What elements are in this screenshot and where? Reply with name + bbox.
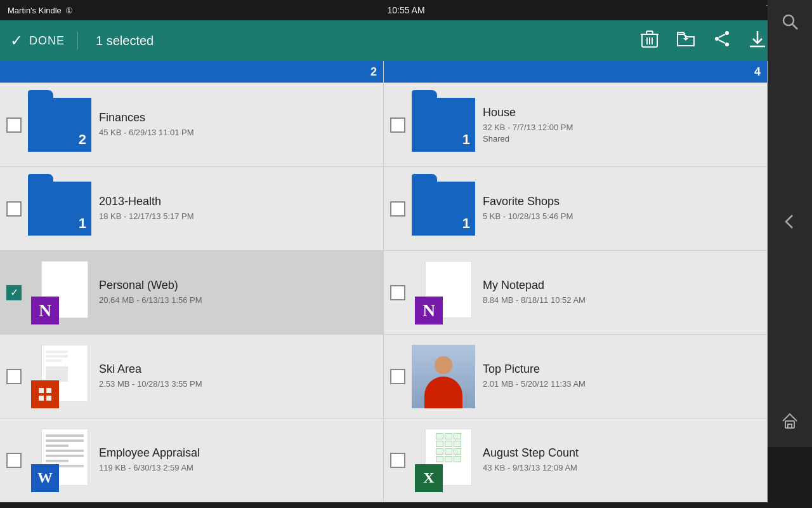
svg-line-12 xyxy=(719,34,725,37)
move-folder-icon[interactable] xyxy=(676,30,695,51)
selected-count-text: 1 selected xyxy=(88,34,641,48)
right-sidebar xyxy=(768,0,812,447)
top-cell-left: 2 xyxy=(0,61,384,83)
svg-rect-19 xyxy=(46,396,51,401)
checkbox-ski-area[interactable] xyxy=(6,369,22,384)
file-thumb-health: 1 xyxy=(28,177,91,241)
list-item[interactable]: 1 2013-Health 18 KB - 12/17/13 5:17 PM xyxy=(0,167,384,251)
file-meta-august-step-count: 43 KB - 9/13/13 12:09 AM xyxy=(483,462,761,474)
svg-rect-18 xyxy=(39,396,44,401)
status-time: 10:55 AM xyxy=(387,5,424,15)
list-item[interactable]: N Personal (Web) 20.64 MB - 6/13/13 1:56… xyxy=(0,251,384,335)
file-thumb-finances: 2 xyxy=(28,93,91,157)
checkbox-house[interactable] xyxy=(390,117,405,133)
file-thumb-house: 1 xyxy=(412,93,475,157)
file-name-top-picture: Top Picture xyxy=(483,363,761,376)
file-thumb-my-notepad: N xyxy=(412,261,475,324)
checkbox-health[interactable] xyxy=(6,201,22,217)
home-icon[interactable] xyxy=(781,412,799,434)
file-info-house: House 32 KB - 7/7/13 12:00 PM Shared xyxy=(483,106,761,143)
file-meta-ski-area: 2.53 MB - 10/28/13 3:55 PM xyxy=(99,378,377,390)
file-thumb-top-picture xyxy=(412,345,475,408)
folder-icon-finances: 2 xyxy=(28,98,91,152)
svg-point-11 xyxy=(715,37,719,41)
svg-line-21 xyxy=(792,24,797,29)
file-name-finances: Finances xyxy=(99,111,377,124)
file-meta-personal-web: 20.64 MB - 6/13/13 1:56 PM xyxy=(99,295,377,306)
file-thumb-employee-appraisal: W xyxy=(28,429,91,492)
onenote-icon-my-notepad: N xyxy=(415,261,472,324)
top-partial-row: 2 4 xyxy=(0,61,768,83)
file-name-personal-web: Personal (Web) xyxy=(99,279,377,292)
file-name-health: 2013-Health xyxy=(99,195,377,208)
file-grid: 2 Finances 45 KB - 6/29/13 11:01 PM 1 Ho xyxy=(0,83,768,502)
checkbox-august-step-count[interactable] xyxy=(390,453,405,468)
device-name: Martin's Kindle xyxy=(8,6,62,15)
list-item[interactable]: 2 Finances 45 KB - 6/29/13 11:01 PM xyxy=(0,83,384,167)
publisher-badge-ski xyxy=(31,380,59,408)
top-cell-right: 4 xyxy=(384,61,768,83)
file-info-top-picture: Top Picture 2.01 MB - 5/20/12 11:33 AM xyxy=(483,363,761,390)
done-label[interactable]: DONE xyxy=(29,34,65,48)
svg-line-13 xyxy=(719,40,725,43)
toolbar: ✓ DONE 1 selected xyxy=(0,20,812,61)
svg-rect-17 xyxy=(46,388,51,393)
file-info-personal-web: Personal (Web) 20.64 MB - 6/13/13 1:56 P… xyxy=(99,279,377,306)
list-item[interactable]: W Employee Appraisal 119 KB - 6/30/13 2:… xyxy=(0,418,384,502)
word-icon-employee-appraisal: W xyxy=(31,429,88,492)
file-thumb-shops: 1 xyxy=(412,177,475,241)
file-thumb-personal-web: N xyxy=(28,261,91,324)
folder-icon-health: 1 xyxy=(28,182,91,236)
status-bar: Martin's Kindle ① 10:55 AM xyxy=(0,0,812,20)
checkmark-icon: ✓ xyxy=(10,32,23,50)
main-area: 2 4 2 Finances 45 KB - 6/29/13 11:01 PM xyxy=(0,61,812,508)
file-grid-container: 2 4 2 Finances 45 KB - 6/29/13 11:01 PM xyxy=(0,61,768,508)
checkbox-finances[interactable] xyxy=(6,117,22,133)
svg-point-9 xyxy=(725,31,729,35)
download-icon[interactable] xyxy=(749,30,766,51)
file-meta-house: 32 KB - 7/7/13 12:00 PM xyxy=(483,122,761,133)
back-icon[interactable] xyxy=(781,213,799,235)
list-item[interactable]: Top Picture 2.01 MB - 5/20/12 11:33 AM xyxy=(384,335,768,418)
file-info-shops: Favorite Shops 5 KB - 10/28/13 5:46 PM xyxy=(483,195,761,222)
list-item[interactable]: Ski Area 2.53 MB - 10/28/13 3:55 PM xyxy=(0,335,384,418)
file-name-employee-appraisal: Employee Appraisal xyxy=(99,446,377,460)
file-name-shops: Favorite Shops xyxy=(483,195,761,208)
file-meta-health: 18 KB - 12/17/13 5:17 PM xyxy=(99,211,377,222)
delete-icon[interactable] xyxy=(641,29,658,52)
checkbox-top-picture[interactable] xyxy=(390,369,405,384)
file-meta-employee-appraisal: 119 KB - 6/30/13 2:59 AM xyxy=(99,462,377,474)
file-info-ski-area: Ski Area 2.53 MB - 10/28/13 3:55 PM xyxy=(99,363,377,390)
svg-rect-23 xyxy=(788,424,792,428)
file-name-my-notepad: My Notepad xyxy=(483,279,761,292)
file-meta-my-notepad: 8.84 MB - 8/18/11 10:52 AM xyxy=(483,295,761,306)
share-icon[interactable] xyxy=(713,30,731,51)
onenote-icon-personal-web: N xyxy=(31,261,88,324)
checkbox-personal-web[interactable] xyxy=(6,285,22,300)
search-icon[interactable] xyxy=(781,13,799,35)
svg-point-10 xyxy=(725,43,729,46)
file-thumb-ski-area xyxy=(28,345,91,408)
status-left: Martin's Kindle ① xyxy=(8,6,73,15)
file-name-ski-area: Ski Area xyxy=(99,363,377,376)
list-item[interactable]: 1 Favorite Shops 5 KB - 10/28/13 5:46 PM xyxy=(384,167,768,251)
list-item[interactable]: X August Step Count 43 KB - 9/13/13 12:0… xyxy=(384,418,768,502)
folder-icon-house: 1 xyxy=(412,98,475,152)
file-meta-shops: 5 KB - 10/28/13 5:46 PM xyxy=(483,211,761,222)
checkbox-my-notepad[interactable] xyxy=(390,285,405,300)
file-info-my-notepad: My Notepad 8.84 MB - 8/18/11 10:52 AM xyxy=(483,279,761,306)
top-cell-right-count: 4 xyxy=(754,65,761,79)
svg-point-20 xyxy=(783,15,794,25)
top-cell-left-count: 2 xyxy=(370,65,377,79)
file-meta-top-picture: 2.01 MB - 5/20/12 11:33 AM xyxy=(483,378,761,390)
svg-rect-16 xyxy=(39,388,44,393)
file-name-house: House xyxy=(483,106,761,119)
checkbox-shops[interactable] xyxy=(390,201,405,217)
list-item[interactable]: N My Notepad 8.84 MB - 8/18/11 10:52 AM xyxy=(384,251,768,335)
excel-icon-august-step-count: X xyxy=(415,429,472,492)
toolbar-done-section[interactable]: ✓ DONE xyxy=(10,32,78,50)
checkbox-employee-appraisal[interactable] xyxy=(6,453,22,468)
file-meta-finances: 45 KB - 6/29/13 11:01 PM xyxy=(99,127,377,138)
file-shared-house: Shared xyxy=(483,134,761,144)
list-item[interactable]: 1 House 32 KB - 7/7/13 12:00 PM Shared xyxy=(384,83,768,167)
